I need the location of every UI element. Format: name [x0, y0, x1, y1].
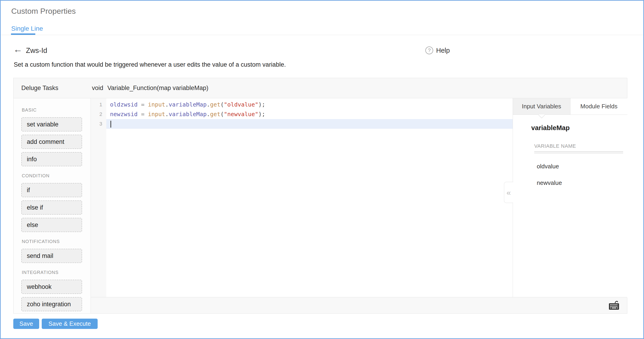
line-number: 2: [91, 109, 106, 119]
variable-row-oldvalue[interactable]: oldvalue: [537, 163, 559, 170]
code-line-3-active[interactable]: [106, 119, 513, 129]
code-token: .: [165, 101, 169, 108]
column-header-underline: [534, 152, 623, 153]
double-chevron-left-icon: «: [506, 188, 511, 197]
page-title: Custom Properties: [11, 7, 76, 15]
code-token: get: [210, 111, 220, 117]
task-zoho-integration[interactable]: zoho integration: [21, 297, 82, 311]
line-number-gutter: 1 2 3: [91, 98, 106, 298]
code-token: "newvalue": [224, 111, 258, 117]
tab-single-line[interactable]: Single Line: [11, 25, 43, 32]
section-label-basic: BASIC: [22, 107, 90, 113]
code-token: "oldvalue": [224, 101, 258, 108]
code-token: .: [165, 111, 169, 117]
code-line-2[interactable]: newzwsid = input.variableMap.get("newval…: [106, 109, 513, 119]
code-token: input: [148, 111, 165, 117]
back-arrow-icon[interactable]: ←: [13, 45, 22, 54]
editor-footer: [91, 297, 627, 313]
function-title: Zws-Id: [26, 46, 47, 55]
tab-module-fields[interactable]: Module Fields: [570, 98, 628, 114]
help-label: Help: [436, 47, 450, 54]
action-bar: Save Save & Execute: [13, 319, 98, 329]
save-and-execute-button[interactable]: Save & Execute: [42, 319, 98, 329]
code-token: (: [220, 101, 224, 108]
signature-return-type: void: [92, 84, 103, 91]
task-else[interactable]: else: [21, 218, 82, 232]
task-info[interactable]: info: [21, 152, 82, 166]
editor-header: Deluge Tasks voidVariable_Function(map v…: [14, 78, 627, 98]
code-token: =: [138, 111, 148, 117]
variables-panel-tabs: Input Variables Module Fields: [513, 98, 628, 115]
code-token: get: [210, 101, 220, 108]
section-label-integrations: INTEGRATIONS: [22, 270, 90, 275]
section-label-notifications: NOTIFICATIONS: [22, 239, 90, 244]
help-question-icon: ?: [425, 46, 433, 54]
code-token: .: [206, 101, 210, 108]
custom-properties-page: Custom Properties Single Line ← Zws-Id ?…: [0, 0, 644, 339]
task-if[interactable]: if: [21, 183, 82, 197]
code-token: variableMap: [169, 101, 207, 108]
code-token: );: [258, 111, 265, 117]
code-token: .: [206, 111, 210, 117]
active-tab-notch: [536, 114, 546, 118]
code-token: variableMap: [169, 111, 207, 117]
variable-row-newvalue[interactable]: newvalue: [537, 179, 562, 186]
code-token: (: [220, 111, 224, 117]
help-button[interactable]: ? Help: [425, 46, 450, 54]
task-else-if[interactable]: else if: [21, 200, 82, 215]
input-map-name: variableMap: [531, 124, 570, 132]
task-send-mail[interactable]: send mail: [21, 249, 82, 263]
editor-panel: Deluge Tasks voidVariable_Function(map v…: [13, 78, 627, 314]
signature-body: Variable_Function(map variableMap): [108, 84, 208, 91]
task-webhook[interactable]: webhook: [21, 280, 82, 294]
code-token: oldzwsid: [110, 101, 138, 108]
code-token: =: [138, 101, 148, 108]
section-label-condition: CONDITION: [22, 173, 90, 178]
code-token: newzwsid: [110, 111, 138, 117]
text-cursor: [110, 121, 111, 128]
variable-name-column-header: VARIABLE NAME: [534, 143, 576, 149]
deluge-tasks-title: Deluge Tasks: [21, 84, 58, 92]
line-number: 1: [91, 100, 106, 109]
function-description: Set a custom function that would be trig…: [14, 61, 286, 68]
variables-panel: Input Variables Module Fields variableMa…: [513, 98, 628, 298]
tab-input-variables[interactable]: Input Variables: [513, 98, 570, 114]
code-editor[interactable]: oldzwsid = input.variableMap.get("oldval…: [106, 98, 513, 298]
collapse-panel-button[interactable]: «: [504, 182, 513, 203]
save-button[interactable]: Save: [13, 319, 39, 329]
header-divider: [1, 35, 644, 35]
code-token: );: [258, 101, 265, 108]
function-signature: voidVariable_Function(map variableMap): [92, 84, 208, 92]
line-number: 3: [91, 119, 106, 129]
code-line-1[interactable]: oldzwsid = input.variableMap.get("oldval…: [106, 100, 513, 109]
task-add-comment[interactable]: add comment: [21, 135, 82, 149]
task-set-variable[interactable]: set variable: [21, 117, 82, 131]
keyboard-shortcuts-icon[interactable]: [607, 301, 620, 311]
deluge-tasks-sidebar: BASIC set variable add comment info COND…: [14, 98, 91, 313]
code-token: input: [148, 101, 165, 108]
